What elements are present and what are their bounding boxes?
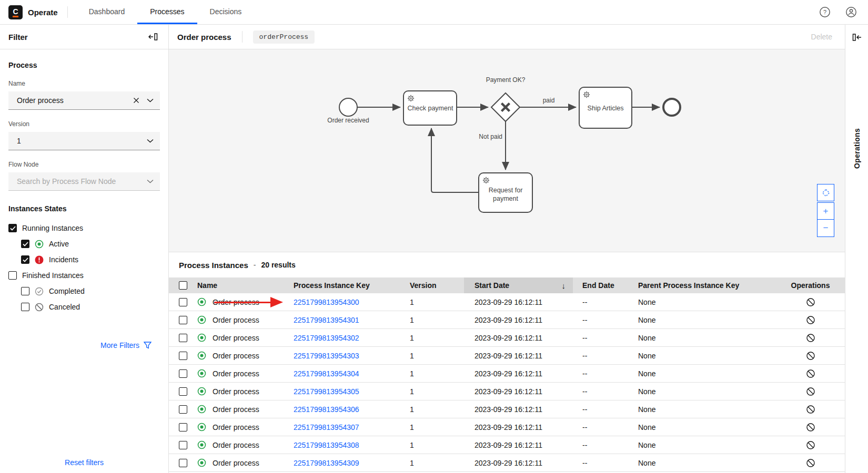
instance-version: 1 xyxy=(408,383,464,400)
more-filters-button[interactable]: More Filters xyxy=(8,341,160,349)
select-all-checkbox[interactable] xyxy=(179,281,187,290)
table-row[interactable]: Order process 2251799813954306 1 2023-09… xyxy=(169,400,845,418)
table-row[interactable]: Order process 2251799813954301 1 2023-09… xyxy=(169,311,845,329)
checkbox[interactable] xyxy=(8,271,17,280)
table-row[interactable]: Order process 2251799813954305 1 2023-09… xyxy=(169,383,845,400)
table-row[interactable]: Order process 2251799813954304 1 2023-09… xyxy=(169,365,845,383)
column-header-end-date[interactable]: End Date xyxy=(573,277,631,293)
instance-version: 1 xyxy=(408,418,464,436)
help-button[interactable]: ? xyxy=(816,4,833,20)
cancel-operation-icon[interactable] xyxy=(806,315,815,325)
camunda-logo: C xyxy=(8,5,23,19)
row-checkbox[interactable] xyxy=(179,423,187,431)
instance-key-link[interactable]: 2251799813954306 xyxy=(294,405,359,414)
row-checkbox[interactable] xyxy=(179,459,187,467)
table-row[interactable]: Order process 2251799813954303 1 2023-09… xyxy=(169,347,845,365)
cancel-operation-icon[interactable] xyxy=(806,297,815,307)
cancel-operation-icon[interactable] xyxy=(806,387,815,396)
row-checkbox[interactable] xyxy=(179,298,187,306)
expand-operations-button[interactable] xyxy=(845,25,868,49)
collapse-filter-panel-button[interactable] xyxy=(145,29,161,45)
instance-start-date: 2023-09-29 16:12:11 xyxy=(464,347,573,364)
row-checkbox[interactable] xyxy=(179,387,187,396)
process-id-badge: orderProcess xyxy=(253,30,315,44)
checkbox-label: Incidents xyxy=(49,255,78,264)
zoom-in-button[interactable]: + xyxy=(817,202,834,220)
cancel-operation-icon[interactable] xyxy=(806,351,815,361)
tab-decisions[interactable]: Decisions xyxy=(197,0,255,24)
reset-view-button[interactable] xyxy=(817,184,834,201)
column-header-parent-key[interactable]: Parent Process Instance Key xyxy=(631,277,776,293)
checkbox-finished-instances[interactable]: Finished Instances xyxy=(8,268,160,283)
start-event[interactable] xyxy=(339,98,357,116)
reset-filters-button[interactable]: Reset filters xyxy=(0,458,168,467)
delete-button[interactable]: Delete xyxy=(811,33,832,41)
checkbox[interactable] xyxy=(21,240,29,248)
checkbox-active[interactable]: Active xyxy=(8,236,160,252)
process-section-heading: Process xyxy=(8,61,160,69)
row-checkbox[interactable] xyxy=(179,316,187,324)
instance-end-date: -- xyxy=(573,400,631,418)
checkbox[interactable] xyxy=(21,255,29,264)
table-row[interactable]: Order process 2251799813954300 1 2023-09… xyxy=(169,293,845,311)
instance-key-link[interactable]: 2251799813954300 xyxy=(294,298,359,306)
checkbox[interactable] xyxy=(21,303,29,311)
cancel-operation-icon[interactable] xyxy=(806,440,815,450)
instance-key-link[interactable]: 2251799813954308 xyxy=(294,441,359,449)
table-row[interactable]: Order process 2251799813954307 1 2023-09… xyxy=(169,418,845,436)
user-button[interactable] xyxy=(843,4,860,20)
row-checkbox[interactable] xyxy=(179,405,187,414)
instance-key-link[interactable]: 2251799813954303 xyxy=(294,352,359,360)
instance-key-link[interactable]: 2251799813954309 xyxy=(294,459,359,467)
column-header-key[interactable]: Process Instance Key xyxy=(291,277,408,293)
column-header-start-date[interactable]: Start Date ↓ xyxy=(464,277,573,293)
brand: C Operate xyxy=(0,0,67,24)
more-filters-label: More Filters xyxy=(100,341,139,349)
version-combobox[interactable]: 1 xyxy=(8,132,160,150)
end-event[interactable] xyxy=(663,99,680,116)
row-checkbox[interactable] xyxy=(179,441,187,449)
start-date-label: Start Date xyxy=(475,281,509,290)
checkbox-label: Completed xyxy=(49,287,85,295)
instance-key-link[interactable]: 2251799813954307 xyxy=(294,423,359,431)
instance-name: Order process xyxy=(213,316,259,324)
checkbox-incidents[interactable]: Incidents xyxy=(8,252,160,268)
column-header-version[interactable]: Version xyxy=(408,277,464,293)
row-checkbox[interactable] xyxy=(179,352,187,360)
cancel-operation-icon[interactable] xyxy=(806,458,815,468)
bpmn-diagram[interactable]: Order received Check payment Payment OK?… xyxy=(169,49,845,252)
table-row[interactable]: Order process 2251799813954308 1 2023-09… xyxy=(169,436,845,454)
process-name-combobox[interactable]: Order process xyxy=(8,91,160,110)
header-divider xyxy=(242,31,243,43)
checkbox[interactable] xyxy=(8,224,17,232)
row-checkbox[interactable] xyxy=(179,369,187,378)
zoom-out-button[interactable]: − xyxy=(817,220,834,237)
nav-tabs: Dashboard Processes Decisions xyxy=(76,0,255,24)
active-state-icon xyxy=(197,315,206,324)
clear-name-button[interactable] xyxy=(133,97,139,104)
checkbox-canceled[interactable]: Canceled xyxy=(8,299,160,315)
cancel-operation-icon[interactable] xyxy=(806,423,815,432)
nav-right: ? xyxy=(816,0,868,24)
instance-key-link[interactable]: 2251799813954301 xyxy=(294,316,359,324)
flow-node-field-label: Flow Node xyxy=(8,161,160,168)
tab-processes[interactable]: Processes xyxy=(137,0,197,24)
table-row[interactable]: Order process 2251799813954302 1 2023-09… xyxy=(169,329,845,347)
row-checkbox[interactable] xyxy=(179,334,187,342)
cancel-operation-icon[interactable] xyxy=(806,333,815,343)
instance-name: Order process xyxy=(213,423,259,431)
instance-end-date: -- xyxy=(573,383,631,400)
checkbox-completed[interactable]: Completed xyxy=(8,283,160,299)
checkbox[interactable] xyxy=(21,287,29,295)
instance-key-link[interactable]: 2251799813954304 xyxy=(294,369,359,378)
flow-node-combobox[interactable]: Search by Process Flow Node xyxy=(8,172,160,191)
task-check-payment-label: Check payment xyxy=(408,105,453,112)
column-header-name[interactable]: Name xyxy=(193,277,291,293)
checkbox-running-instances[interactable]: Running Instances xyxy=(8,220,160,236)
instance-key-link[interactable]: 2251799813954305 xyxy=(294,387,359,396)
cancel-operation-icon[interactable] xyxy=(806,405,815,414)
cancel-operation-icon[interactable] xyxy=(806,369,815,378)
instance-key-link[interactable]: 2251799813954302 xyxy=(294,334,359,342)
table-row[interactable]: Order process 2251799813954309 1 2023-09… xyxy=(169,454,845,472)
tab-dashboard[interactable]: Dashboard xyxy=(76,0,138,24)
